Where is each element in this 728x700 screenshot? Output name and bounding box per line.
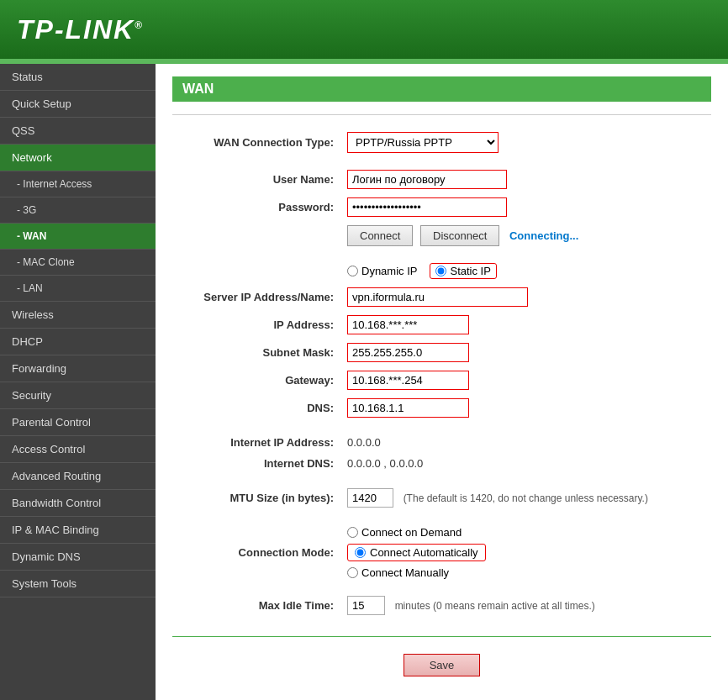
sidebar-item-quick-setup[interactable]: Quick Setup — [0, 91, 156, 118]
internet-ip-label: Internet IP Address: — [172, 432, 340, 453]
subnet-mask-input[interactable] — [347, 343, 469, 362]
subnet-mask-cell — [340, 339, 711, 366]
password-cell — [340, 193, 711, 221]
password-label: Password: — [172, 193, 340, 221]
connect-row: Connect Disconnect Connecting... — [172, 221, 711, 250]
connect-on-demand-text: Connect on Demand — [361, 526, 462, 539]
sidebar-item-status[interactable]: Status — [0, 64, 156, 91]
header: TP-LINK® — [0, 0, 728, 59]
ip-address-row: IP Address: — [172, 311, 711, 339]
connect-button[interactable]: Connect — [347, 225, 413, 246]
connection-mode-row: Connection Mode: Connect on Demand Conne… — [172, 522, 711, 583]
sidebar-item-parental-control[interactable]: Parental Control — [0, 409, 156, 436]
bottom-separator — [172, 636, 711, 637]
server-ip-input[interactable] — [347, 287, 528, 307]
sidebar-item-network[interactable]: Network — [0, 145, 156, 171]
internet-dns-value: 0.0.0.0 , 0.0.0.0 — [347, 457, 423, 470]
wan-connection-type-row: WAN Connection Type: PPTP/Russia PPTP — [172, 128, 711, 157]
main-layout: Status Quick Setup QSS Network - Interne… — [0, 64, 728, 700]
dns-label: DNS: — [172, 394, 340, 422]
wan-connection-type-select[interactable]: PPTP/Russia PPTP — [347, 132, 499, 153]
connect-on-demand-radio[interactable] — [347, 527, 358, 538]
connect-automatically-label[interactable]: Connect Automatically — [347, 544, 486, 561]
max-idle-cell: minutes (0 means remain active at all ti… — [340, 592, 711, 619]
sidebar-item-wireless[interactable]: Wireless — [0, 302, 156, 329]
logo: TP-LINK® — [17, 14, 144, 45]
ip-type-cell: Dynamic IP Static IP — [340, 259, 711, 283]
sidebar-item-advanced-routing[interactable]: Advanced Routing — [0, 463, 156, 490]
connection-mode-options: Connect on Demand Connect Automatically … — [347, 526, 704, 579]
content-area: WAN WAN Connection Type: PPTP/Russia PPT… — [156, 64, 728, 700]
subnet-mask-row: Subnet Mask: — [172, 339, 711, 366]
password-input[interactable] — [347, 197, 507, 217]
connect-manually-label[interactable]: Connect Manually — [347, 566, 704, 579]
ip-address-cell — [340, 311, 711, 339]
sidebar-item-bandwidth-control[interactable]: Bandwidth Control — [0, 490, 156, 517]
ip-address-label: IP Address: — [172, 311, 340, 339]
max-idle-input[interactable] — [347, 596, 385, 615]
sidebar-item-internet-access[interactable]: - Internet Access — [0, 171, 156, 197]
gateway-input[interactable] — [347, 371, 469, 390]
ip-type-radio-group: Dynamic IP Static IP — [347, 263, 704, 279]
sidebar-item-qss[interactable]: QSS — [0, 118, 156, 145]
sidebar-item-security[interactable]: Security — [0, 382, 156, 409]
mtu-label: MTU Size (in bytes): — [172, 484, 340, 512]
mtu-cell: (The default is 1420, do not change unle… — [340, 484, 711, 512]
wan-form: WAN Connection Type: PPTP/Russia PPTP Us… — [172, 128, 711, 619]
server-ip-cell — [340, 283, 711, 311]
mtu-row: MTU Size (in bytes): (The default is 142… — [172, 484, 711, 512]
sidebar-item-dynamic-dns[interactable]: Dynamic DNS — [0, 544, 156, 571]
save-section: Save — [172, 650, 711, 685]
wan-connection-type-label: WAN Connection Type: — [172, 128, 340, 157]
sidebar-item-dhcp[interactable]: DHCP — [0, 329, 156, 355]
ip-address-input[interactable] — [347, 315, 469, 334]
sidebar-item-system-tools[interactable]: System Tools — [0, 571, 156, 597]
connection-mode-cell: Connect on Demand Connect Automatically … — [340, 522, 711, 583]
sidebar-item-wan[interactable]: - WAN — [0, 224, 156, 250]
sidebar-item-access-control[interactable]: Access Control — [0, 436, 156, 463]
sidebar-item-forwarding[interactable]: Forwarding — [0, 355, 156, 382]
connect-automatically-radio[interactable] — [355, 547, 366, 558]
max-idle-label: Max Idle Time: — [172, 592, 340, 619]
connection-mode-label: Connection Mode: — [172, 522, 340, 583]
gateway-cell — [340, 366, 711, 394]
gateway-row: Gateway: — [172, 366, 711, 394]
max-idle-row: Max Idle Time: minutes (0 means remain a… — [172, 592, 711, 619]
internet-ip-value: 0.0.0.0 — [347, 436, 381, 449]
password-row: Password: — [172, 193, 711, 221]
disconnect-button[interactable]: Disconnect — [420, 225, 499, 246]
mtu-info: (The default is 1420, do not change unle… — [404, 492, 648, 504]
dynamic-ip-radio-label[interactable]: Dynamic IP — [347, 265, 417, 277]
connect-manually-radio[interactable] — [347, 567, 358, 578]
username-cell — [340, 166, 711, 193]
sidebar-item-lan[interactable]: - LAN — [0, 276, 156, 302]
sidebar-item-3g[interactable]: - 3G — [0, 197, 156, 224]
username-input[interactable] — [347, 170, 507, 189]
internet-dns-label: Internet DNS: — [172, 453, 340, 474]
connect-on-demand-label[interactable]: Connect on Demand — [347, 526, 704, 539]
username-row: User Name: — [172, 166, 711, 193]
static-ip-radio[interactable] — [435, 266, 446, 276]
sidebar-item-ip-mac-binding[interactable]: IP & MAC Binding — [0, 517, 156, 544]
dynamic-ip-radio[interactable] — [347, 266, 358, 276]
static-ip-radio-label[interactable]: Static IP — [430, 263, 496, 279]
sidebar: Status Quick Setup QSS Network - Interne… — [0, 64, 156, 700]
max-idle-info: minutes (0 means remain active at all ti… — [395, 600, 595, 612]
static-ip-text: Static IP — [450, 265, 490, 277]
wan-connection-type-cell: PPTP/Russia PPTP — [340, 128, 711, 157]
dynamic-ip-text: Dynamic IP — [361, 265, 417, 277]
dns-input[interactable] — [347, 398, 469, 418]
sidebar-item-mac-clone[interactable]: - MAC Clone — [0, 250, 156, 276]
dns-row: DNS: — [172, 394, 711, 422]
internet-ip-row: Internet IP Address: 0.0.0.0 — [172, 432, 711, 453]
top-separator — [172, 114, 711, 115]
mtu-input[interactable] — [347, 488, 393, 508]
connect-buttons-cell: Connect Disconnect Connecting... — [340, 221, 711, 250]
dns-cell — [340, 394, 711, 422]
connecting-status: Connecting... — [509, 229, 578, 242]
internet-dns-row: Internet DNS: 0.0.0.0 , 0.0.0.0 — [172, 453, 711, 474]
server-ip-row: Server IP Address/Name: — [172, 283, 711, 311]
save-button[interactable]: Save — [404, 654, 481, 676]
page-title: WAN — [172, 76, 711, 102]
ip-type-row: Dynamic IP Static IP — [172, 259, 711, 283]
